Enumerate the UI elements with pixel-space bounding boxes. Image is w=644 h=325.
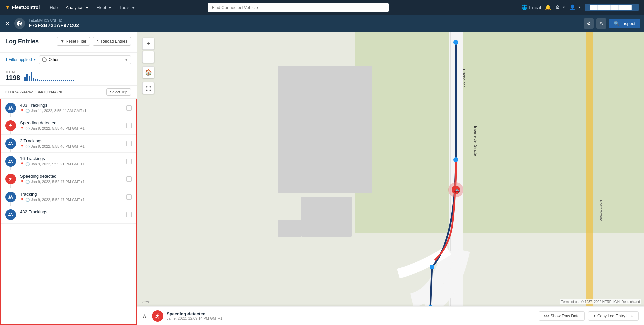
reload-entries-label: Reload Entries [101, 39, 127, 44]
zoom-in-btn[interactable]: + [142, 38, 154, 50]
log-entry[interactable]: Speeding detected📍 🕐 Jan 9, 2022, 5:55:4… [1, 117, 136, 135]
chart-bar [39, 80, 40, 81]
log-entry[interactable]: 432 Trackings [1, 206, 136, 224]
chart-bar [69, 80, 70, 81]
log-entry-checkbox[interactable] [126, 176, 132, 182]
brand-logo[interactable]: ▼ FleetControl [5, 5, 40, 10]
timeline-line [10, 167, 11, 170]
select-trip-btn[interactable]: Select Trip [106, 88, 131, 96]
home-btn[interactable]: 🏠 [142, 66, 154, 78]
copy-log-entry-link-btn[interactable]: ✦ Copy Log Entry Link [588, 311, 639, 321]
log-entry-checkbox[interactable] [126, 123, 132, 128]
log-entry-checkbox[interactable] [126, 141, 132, 146]
mini-chart [24, 71, 74, 81]
collapse-btn[interactable]: ∧ [142, 312, 147, 320]
nav-fleet[interactable]: Fleet ▼ [93, 4, 115, 11]
chart-bar [67, 80, 68, 81]
inspect-btn[interactable]: 🔍 Inspect [609, 19, 640, 28]
log-timeline [5, 156, 17, 167]
reset-filter-btn[interactable]: ▼ Reset Filter [57, 37, 90, 46]
reload-entries-btn[interactable]: ↻ Reload Entries [93, 37, 131, 46]
close-btn[interactable]: ✕ [4, 19, 11, 28]
log-entry[interactable]: 2 Trackings📍 🕐 Jan 9, 2022, 5:55:46 PM G… [1, 135, 136, 153]
log-dot-tracking [5, 156, 16, 167]
log-entry-title: 432 Trackings [20, 209, 123, 214]
filter-select-left: Other [42, 57, 59, 62]
log-entry-checkbox[interactable] [126, 105, 132, 111]
log-entry-time: Jan 9, 2022, 5:55:46 PM GMT+1 [31, 126, 85, 130]
log-entry-checkbox[interactable] [126, 159, 132, 164]
map-controls: + − 🏠 ⬚ [142, 38, 154, 94]
chart-bar [41, 80, 42, 81]
alert-icon-btn[interactable]: 🔔 [545, 4, 551, 10]
settings-btn[interactable]: ⚙ ▼ [555, 4, 565, 10]
event-time: Jan 9, 2022, 12:09:14 PM GMT+1 [167, 316, 222, 320]
nav-hub[interactable]: Hub [46, 4, 61, 11]
nav-links: Hub Analytics ▼ Fleet ▼ Tools ▼ [46, 4, 138, 11]
filter-icon: ▼ [60, 39, 64, 44]
layers-btn[interactable]: ⬚ [142, 82, 154, 94]
svg-rect-4 [278, 220, 301, 237]
location-icon: 📍 [20, 180, 24, 184]
log-content: Tracking📍 🕐 Jan 9, 2022, 5:52:47 PM GMT+… [20, 192, 123, 202]
svg-point-11 [453, 40, 458, 45]
locale-btn[interactable]: 🌐 Local [521, 4, 541, 10]
filter-chip[interactable]: 1 Filter applied ▼ [5, 57, 36, 62]
zoom-out-btn[interactable]: − [142, 51, 154, 63]
log-entry[interactable]: 16 Trackings📍 🕐 Jan 9, 2022, 5:55:21 PM … [1, 153, 136, 170]
panel-actions: ▼ Reset Filter ↻ Reload Entries [57, 37, 131, 46]
filter-circle-icon [42, 57, 47, 62]
log-entry[interactable]: Tracking📍 🕐 Jan 9, 2022, 5:52:47 PM GMT+… [1, 188, 136, 206]
log-entry-checkbox[interactable] [126, 194, 132, 200]
log-entry-title: Speeding detected [20, 120, 123, 125]
stats-total: Total 1198 [5, 70, 20, 82]
panel-title-row: Log Entries ▼ Reset Filter ↻ Reload Entr… [5, 37, 131, 46]
stats-row: Total 1198 [0, 67, 137, 86]
vehicle-icon-btn[interactable] [14, 18, 25, 29]
chart-bar [65, 80, 66, 81]
svg-text:🚗: 🚗 [454, 187, 460, 193]
timeline-line [10, 131, 11, 134]
trip-selector-row: 01FRZ45SXAMWS3BARTQ0944ZNC Select Trip [0, 86, 137, 99]
log-entry[interactable]: Speeding detected📍 🕐 Jan 9, 2022, 5:52:4… [1, 170, 136, 188]
edit-action-btn[interactable]: ✎ [596, 18, 606, 29]
chart-bar [29, 76, 30, 81]
log-dot-speeding [5, 120, 16, 131]
log-content: 2 Trackings📍 🕐 Jan 9, 2022, 5:55:46 PM G… [20, 138, 123, 148]
svg-text:Rosterstraße: Rosterstraße [599, 200, 603, 221]
filter-type-label: Other [49, 57, 59, 62]
sub-header-actions: ⚙ ✎ 🔍 Inspect [584, 18, 640, 29]
user-btn[interactable]: 👤 ▼ [569, 4, 581, 10]
clock-icon: 🕐 [25, 180, 30, 184]
log-entry-meta: 📍 🕐 Jan 11, 2022, 8:55:44 AM GMT+1 [20, 109, 123, 113]
chart-bar [63, 80, 64, 81]
top-nav: ▼ FleetControl Hub Analytics ▼ Fleet ▼ T… [0, 0, 644, 15]
locale-label: Local [529, 5, 541, 10]
log-dot-tracking [5, 103, 16, 113]
account-btn[interactable]: ████████████████ [585, 4, 639, 11]
log-entry-checkbox[interactable] [126, 212, 132, 217]
filter-type-select[interactable]: Other ▼ [39, 55, 131, 64]
chart-bar [61, 80, 62, 81]
settings-action-btn[interactable]: ⚙ [584, 18, 594, 29]
telematics-label: Telematics Unit ID [29, 19, 580, 22]
nav-analytics[interactable]: Analytics ▼ [62, 4, 92, 11]
chart-bar [26, 74, 28, 81]
show-raw-data-btn[interactable]: </> Show Raw Data [539, 311, 585, 321]
log-entries-list[interactable]: 483 Trackings📍 🕐 Jan 11, 2022, 8:55:44 A… [0, 99, 137, 325]
search-input[interactable] [208, 3, 389, 12]
log-timeline [5, 209, 17, 220]
nav-tools[interactable]: Tools ▼ [116, 4, 138, 11]
panel-header: Log Entries ▼ Reset Filter ↻ Reload Entr… [0, 32, 137, 53]
chevron-down-icon: ▼ [125, 58, 128, 62]
log-entry-time: Jan 9, 2022, 5:52:47 PM GMT+1 [31, 198, 85, 202]
log-entry[interactable]: 483 Trackings📍 🕐 Jan 11, 2022, 8:55:44 A… [1, 99, 136, 117]
stats-label: Total [5, 70, 20, 74]
chart-bar [31, 72, 32, 81]
stats-value: 1198 [5, 74, 20, 82]
log-dot-tracking [5, 138, 16, 149]
chart-bar [45, 80, 46, 81]
svg-point-12 [453, 157, 458, 162]
log-dot-speeding [5, 174, 16, 184]
chart-bar [57, 80, 58, 81]
